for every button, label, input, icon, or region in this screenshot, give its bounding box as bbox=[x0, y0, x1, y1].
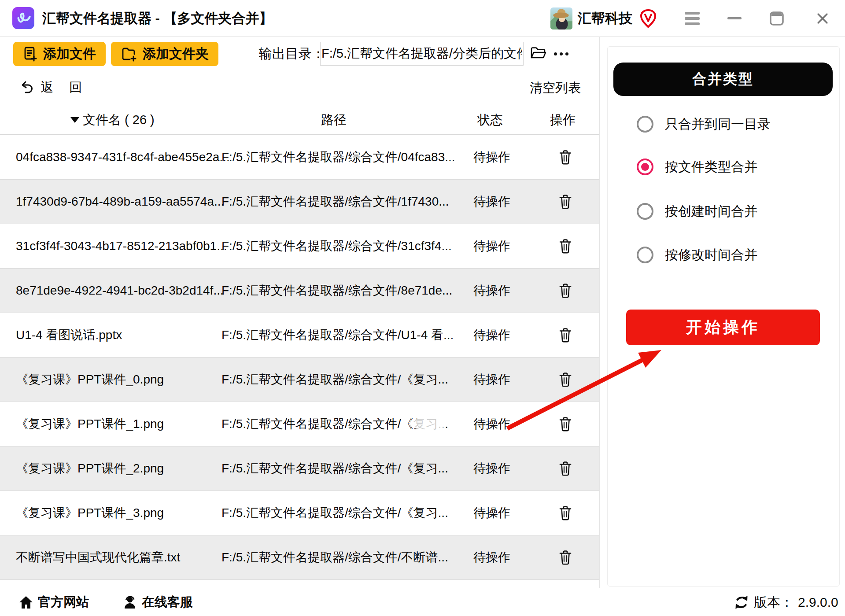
file-name: U1-4 看图说话.pptx bbox=[16, 313, 218, 357]
add-file-button[interactable]: 添加文件 bbox=[13, 42, 106, 66]
file-status: 待操作 bbox=[468, 491, 516, 535]
file-path: F:/5.汇帮文件名提取器/综合文件/《复习... bbox=[221, 402, 468, 446]
file-status: 待操作 bbox=[468, 269, 516, 313]
file-status: 待操作 bbox=[468, 224, 516, 268]
online-support-link[interactable]: 在线客服 bbox=[122, 588, 193, 616]
user-avatar[interactable] bbox=[550, 7, 572, 30]
file-name: 1f7430d9-67b4-489b-a159-aa5574a... bbox=[16, 180, 218, 224]
home-icon bbox=[18, 595, 33, 609]
nav-row: 返 回 清空列表 bbox=[0, 70, 599, 105]
column-header-filename[interactable]: 文件名 ( 26 ) bbox=[70, 105, 155, 135]
radio-icon bbox=[637, 116, 653, 133]
radio-label: 按修改时间合并 bbox=[665, 246, 757, 264]
file-name: 8e71de9e-4922-4941-bc2d-3b2d14f... bbox=[16, 269, 218, 313]
file-name: 《复习课》PPT课件_3.png bbox=[16, 491, 218, 535]
back-icon bbox=[19, 80, 34, 95]
file-path: F:/5.汇帮文件名提取器/综合文件/31cf3f4... bbox=[221, 224, 468, 268]
file-name: 《复习课》PPT课件_1.png bbox=[16, 402, 218, 446]
clear-list-button[interactable]: 清空列表 bbox=[530, 70, 581, 105]
brand-name: 汇帮科技 bbox=[578, 0, 632, 37]
table-row[interactable]: 31cf3f4f-3043-4b17-8512-213abf0b1... F:/… bbox=[0, 224, 599, 269]
start-operation-button[interactable]: 开始操作 bbox=[626, 310, 820, 345]
file-status: 待操作 bbox=[468, 402, 516, 446]
delete-row-icon[interactable] bbox=[556, 180, 575, 224]
radio-label: 按文件类型合并 bbox=[665, 158, 757, 176]
file-name: 31cf3f4f-3043-4b17-8512-213abf0b1... bbox=[16, 224, 218, 268]
table-row[interactable]: 《复习课》PPT课件_3.png F:/5.汇帮文件名提取器/综合文件/《复习.… bbox=[0, 491, 599, 535]
radio-label: 按创建时间合并 bbox=[665, 203, 757, 221]
menu-icon[interactable] bbox=[680, 0, 705, 37]
add-file-icon bbox=[23, 46, 38, 62]
delete-row-icon[interactable] bbox=[556, 491, 575, 535]
titlebar: 汇帮文件名提取器 - 【多文件夹合并】 汇帮科技 bbox=[0, 0, 845, 37]
merge-type-header: 合并类型 bbox=[613, 63, 833, 96]
back-label: 返 回 bbox=[41, 79, 88, 96]
file-path: F:/5.汇帮文件名提取器/综合文件/8e71de... bbox=[221, 269, 468, 313]
merge-panel-region: 合并类型 只合并到同一目录 按文件类型合并 按创建时间合并 按修改时间合并 开始… bbox=[599, 37, 845, 588]
table-row[interactable]: 不断谱写中国式现代化篇章.txt F:/5.汇帮文件名提取器/综合文件/不断谱.… bbox=[0, 535, 599, 580]
add-folder-label: 添加文件夹 bbox=[143, 45, 209, 63]
radio-merge-same-directory[interactable]: 只合并到同一目录 bbox=[637, 115, 771, 133]
back-button[interactable]: 返 回 bbox=[19, 70, 88, 105]
official-website-link[interactable]: 官方网站 bbox=[18, 588, 89, 616]
delete-row-icon[interactable] bbox=[556, 535, 575, 579]
online-support-label: 在线客服 bbox=[142, 594, 193, 611]
file-status: 待操作 bbox=[468, 135, 516, 179]
maximize-button[interactable] bbox=[764, 0, 789, 37]
delete-row-icon[interactable] bbox=[556, 313, 575, 357]
table-row[interactable]: U1-4 看图说话.pptx F:/5.汇帮文件名提取器/综合文件/U1-4 看… bbox=[0, 313, 599, 358]
version-info: 版本： 2.9.0.0 bbox=[734, 588, 838, 616]
radio-merge-by-modify-time[interactable]: 按修改时间合并 bbox=[637, 246, 757, 264]
delete-row-icon[interactable] bbox=[556, 446, 575, 491]
table-row[interactable]: 1f7430d9-67b4-489b-a159-aa5574a... F:/5.… bbox=[0, 180, 599, 224]
output-dir-label: 输出目录： bbox=[259, 37, 325, 70]
radio-merge-by-file-type[interactable]: 按文件类型合并 bbox=[637, 158, 757, 176]
close-button[interactable] bbox=[809, 0, 836, 37]
file-status: 待操作 bbox=[468, 180, 516, 224]
file-path: F:/5.汇帮文件名提取器/综合文件/U1-4 看... bbox=[221, 313, 468, 357]
version-label: 版本： bbox=[754, 594, 793, 612]
file-status: 待操作 bbox=[468, 446, 516, 491]
column-header-path: 路径 bbox=[321, 105, 347, 135]
radio-merge-by-create-time[interactable]: 按创建时间合并 bbox=[637, 203, 757, 220]
more-options-icon[interactable] bbox=[554, 49, 574, 58]
table-row[interactable]: 8e71de9e-4922-4941-bc2d-3b2d14f... F:/5.… bbox=[0, 269, 599, 313]
radio-icon bbox=[637, 203, 653, 220]
app-logo-icon bbox=[12, 7, 34, 29]
delete-row-icon[interactable] bbox=[556, 135, 575, 179]
vip-badge-icon[interactable] bbox=[639, 9, 657, 28]
update-refresh-icon[interactable] bbox=[734, 595, 749, 610]
file-name: 《复习课》PPT课件_2.png bbox=[16, 446, 218, 491]
table-row[interactable]: 《复习课》PPT课件_2.png F:/5.汇帮文件名提取器/综合文件/《复习.… bbox=[0, 446, 599, 491]
table-row[interactable]: 04fca838-9347-431f-8c4f-abe455e2a... F:/… bbox=[0, 135, 599, 180]
toolbar: 添加文件 添加文件夹 输出目录： bbox=[0, 37, 599, 70]
official-website-label: 官方网站 bbox=[38, 594, 89, 611]
window-title: 汇帮文件名提取器 - 【多文件夹合并】 bbox=[42, 0, 273, 37]
delete-row-icon[interactable] bbox=[556, 224, 575, 268]
delete-row-icon[interactable] bbox=[556, 402, 575, 446]
file-name: 04fca838-9347-431f-8c4f-abe455e2a... bbox=[16, 135, 218, 179]
add-file-label: 添加文件 bbox=[43, 45, 96, 63]
footer: 官方网站 在线客服 版本： 2.9.0. bbox=[0, 588, 845, 616]
file-status: 待操作 bbox=[468, 313, 516, 357]
output-dir-input[interactable] bbox=[320, 42, 524, 66]
file-status: 待操作 bbox=[468, 535, 516, 579]
file-table: 04fca838-9347-431f-8c4f-abe455e2a... F:/… bbox=[0, 135, 599, 580]
delete-row-icon[interactable] bbox=[556, 358, 575, 402]
file-path: F:/5.汇帮文件名提取器/综合文件/《复习... bbox=[221, 491, 468, 535]
app-window: 汇帮文件名提取器 - 【多文件夹合并】 汇帮科技 bbox=[0, 0, 845, 616]
browse-folder-icon[interactable] bbox=[530, 46, 546, 61]
minimize-button[interactable] bbox=[722, 0, 747, 37]
sort-descending-icon bbox=[70, 117, 79, 123]
column-header-status: 状态 bbox=[477, 105, 503, 135]
file-path: F:/5.汇帮文件名提取器/综合文件/1f7430... bbox=[221, 180, 468, 224]
table-row[interactable]: 《复习课》PPT课件_0.png F:/5.汇帮文件名提取器/综合文件/《复习.… bbox=[0, 358, 599, 402]
file-path: F:/5.汇帮文件名提取器/综合文件/不断谱... bbox=[221, 535, 468, 579]
file-status: 待操作 bbox=[468, 358, 516, 402]
add-folder-icon bbox=[121, 46, 137, 62]
filename-header-label: 文件名 ( 26 ) bbox=[83, 111, 155, 129]
radio-icon bbox=[637, 247, 653, 263]
delete-row-icon[interactable] bbox=[556, 269, 575, 313]
add-folder-button[interactable]: 添加文件夹 bbox=[111, 42, 218, 66]
table-row[interactable]: 《复习课》PPT课件_1.png F:/5.汇帮文件名提取器/综合文件/《复习.… bbox=[0, 402, 599, 446]
